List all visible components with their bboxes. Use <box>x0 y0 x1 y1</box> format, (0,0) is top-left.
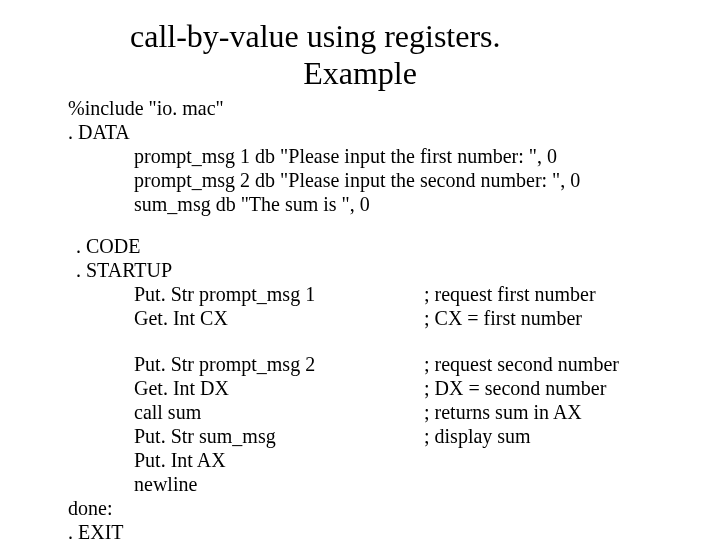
instruction: Put. Str prompt_msg 1 <box>134 282 424 306</box>
instruction: Put. Str prompt_msg 2 <box>134 352 424 376</box>
instruction: Put. Int AX <box>134 448 424 472</box>
comment: ; returns sum in AX <box>424 400 720 424</box>
slide-body: %include "io. mac" . DATA prompt_msg 1 d… <box>68 96 720 540</box>
startup-label: . STARTUP <box>68 258 720 282</box>
data-decl-1: prompt_msg 1 db "Please input the first … <box>68 144 720 168</box>
code-line: Put. Str sum_msg ; display sum <box>68 424 720 448</box>
comment <box>424 472 720 496</box>
code-line: Get. Int DX ; DX = second number <box>68 376 720 400</box>
comment: ; request second number <box>424 352 720 376</box>
include-directive: %include "io. mac" <box>68 96 720 120</box>
exit-label: . EXIT <box>68 520 720 540</box>
comment: ; request first number <box>424 282 720 306</box>
code-line: call sum ; returns sum in AX <box>68 400 720 424</box>
instruction: Put. Str sum_msg <box>134 424 424 448</box>
comment: ; DX = second number <box>424 376 720 400</box>
instruction: newline <box>134 472 424 496</box>
title-line-2: Example <box>60 55 660 92</box>
code-line: Put. Str prompt_msg 2 ; request second n… <box>68 352 720 376</box>
code-section-label: . CODE <box>68 234 720 258</box>
instruction: Get. Int CX <box>134 306 424 330</box>
comment <box>424 448 720 472</box>
instruction: call sum <box>134 400 424 424</box>
data-decl-3: sum_msg db "The sum is ", 0 <box>68 192 720 216</box>
done-label: done: <box>68 496 720 520</box>
code-line: Get. Int CX ; CX = first number <box>68 306 720 330</box>
data-decl-2: prompt_msg 2 db "Please input the second… <box>68 168 720 192</box>
spacer <box>68 216 720 234</box>
spacer <box>68 330 720 352</box>
slide: call-by-value using registers. Example %… <box>0 0 720 540</box>
comment: ; CX = first number <box>424 306 720 330</box>
instruction: Get. Int DX <box>134 376 424 400</box>
code-line: Put. Int AX <box>68 448 720 472</box>
title-line-1: call-by-value using registers. <box>130 18 660 55</box>
data-section-label: . DATA <box>68 120 720 144</box>
code-line: Put. Str prompt_msg 1 ; request first nu… <box>68 282 720 306</box>
slide-title: call-by-value using registers. Example <box>60 18 660 92</box>
comment: ; display sum <box>424 424 720 448</box>
code-line: newline <box>68 472 720 496</box>
